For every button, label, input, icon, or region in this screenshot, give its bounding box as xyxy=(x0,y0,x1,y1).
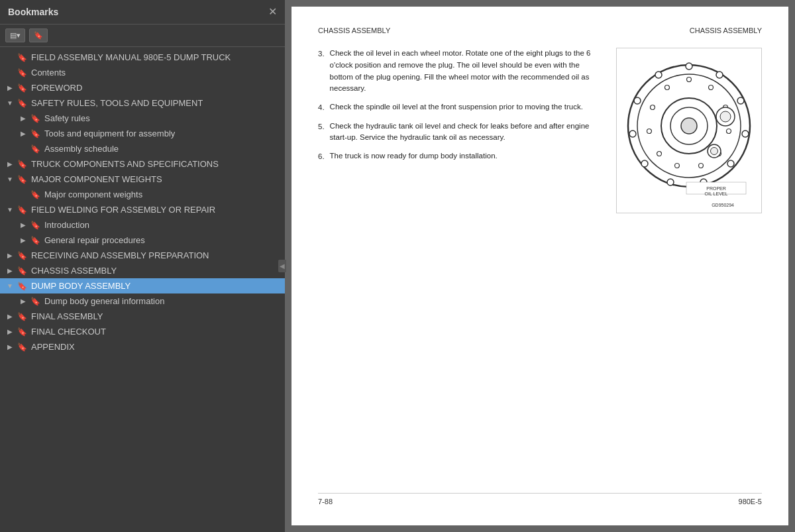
bookmark-glyph-dump-body-assembly: 🔖 xyxy=(17,282,27,291)
toolbar-bookmark-button[interactable]: 🔖 xyxy=(29,28,48,42)
page-image: PROPER OIL LEVEL GD950294 xyxy=(616,48,762,213)
bookmark-item-field-welding[interactable]: ▼🔖FIELD WELDING FOR ASSEMBLY OR REPAIR xyxy=(0,202,285,217)
expand-arrow-major-component-weights-section[interactable]: ▼ xyxy=(5,175,15,184)
bookmark-item-dump-body-assembly[interactable]: ▼🔖DUMP BODY ASSEMBLY xyxy=(0,278,285,293)
bookmark-glyph-foreword: 🔖 xyxy=(17,83,27,93)
bookmark-item-safety-rules-tools[interactable]: ▼🔖SAFETY RULES, TOOLS AND EQUIPMENT xyxy=(0,95,285,111)
svg-point-17 xyxy=(709,85,714,89)
bookmark-item-tools-equipment[interactable]: ▶🔖Tools and equipment for assembly xyxy=(0,126,285,141)
bookmark-item-major-component-weights[interactable]: 🔖Major component weights xyxy=(0,187,285,202)
svg-point-15 xyxy=(655,72,662,78)
bookmark-glyph-final-checkout: 🔖 xyxy=(17,327,27,337)
bookmark-glyph-assembly-schedule: 🔖 xyxy=(30,144,40,154)
bookmark-item-foreword[interactable]: ▶🔖FOREWORD xyxy=(0,80,285,95)
toolbar-list-button[interactable]: ▤▾ xyxy=(5,28,25,42)
expand-arrow-chassis-assembly[interactable]: ▶ xyxy=(5,266,15,276)
svg-point-25 xyxy=(651,105,655,109)
page-content: 3.Check the oil level in each wheel moto… xyxy=(318,48,762,480)
step-number-2: 4. xyxy=(318,101,325,113)
expand-arrow-field-welding[interactable]: ▼ xyxy=(5,205,15,215)
expand-arrow-final-assembly[interactable]: ▶ xyxy=(5,312,15,321)
bookmark-item-chassis-assembly[interactable]: ▶🔖CHASSIS ASSEMBLY xyxy=(0,263,285,278)
bookmark-item-field-assembly[interactable]: 🔖FIELD ASSEMBLY MANUAL 980E-5 DUMP TRUCK xyxy=(0,50,285,65)
bookmark-label-major-component-weights: Major component weights xyxy=(44,189,142,199)
bookmark-label-foreword: FOREWORD xyxy=(31,83,82,93)
expand-arrow-foreword[interactable]: ▶ xyxy=(5,83,15,93)
step-number-1: 3. xyxy=(318,48,325,95)
bookmark-item-final-checkout[interactable]: ▶🔖FINAL CHECKOUT xyxy=(0,324,285,339)
step-text-3: Check the hydraulic tank oil level and c… xyxy=(330,121,603,144)
wheel-diagram: PROPER OIL LEVEL GD950294 xyxy=(623,53,755,209)
bookmark-glyph-appendix: 🔖 xyxy=(17,343,27,352)
bookmark-item-assembly-schedule[interactable]: 🔖Assembly schedule xyxy=(0,141,285,156)
document-panel: CHASSIS ASSEMBLY CHASSIS ASSEMBLY 3.Chec… xyxy=(285,0,795,532)
bookmark-item-major-component-weights-section[interactable]: ▼🔖MAJOR COMPONENT WEIGHTS xyxy=(0,172,285,187)
bookmark-glyph-field-welding: 🔖 xyxy=(17,205,27,215)
bookmark-label-dump-body-assembly: DUMP BODY ASSEMBLY xyxy=(31,281,131,291)
expand-arrow-final-checkout[interactable]: ▶ xyxy=(5,327,15,337)
expand-arrow-assembly-schedule xyxy=(19,144,28,154)
bookmark-label-field-assembly: FIELD ASSEMBLY MANUAL 980E-5 DUMP TRUCK xyxy=(31,52,231,62)
bookmarks-close-button[interactable]: ✕ xyxy=(268,7,277,17)
footer-page-number: 7-88 xyxy=(318,498,333,505)
bookmark-glyph-major-component-weights: 🔖 xyxy=(30,190,40,199)
resize-handle[interactable] xyxy=(280,0,285,532)
expand-arrow-truck-components[interactable]: ▶ xyxy=(5,160,15,169)
bookmarks-panel: Bookmarks ✕ ▤▾ 🔖 🔖FIELD ASSEMBLY MANUAL … xyxy=(0,0,285,532)
bookmarks-toolbar: ▤▾ 🔖 xyxy=(0,25,285,47)
bookmark-glyph-field-assembly: 🔖 xyxy=(17,53,27,62)
bookmark-label-dump-body-general: Dump body general information xyxy=(44,296,164,306)
header-right: CHASSIS ASSEMBLY xyxy=(690,27,762,34)
bookmark-label-chassis-assembly: CHASSIS ASSEMBLY xyxy=(31,266,117,276)
expand-arrow-safety-rules-tools[interactable]: ▼ xyxy=(5,99,15,108)
step-number-4: 6. xyxy=(318,150,325,162)
expand-arrow-contents xyxy=(5,68,15,78)
bookmark-item-general-repair[interactable]: ▶🔖General repair procedures xyxy=(0,233,285,248)
expand-arrow-introduction[interactable]: ▶ xyxy=(19,221,28,230)
step-item-3: 5.Check the hydraulic tank oil level and… xyxy=(318,121,603,144)
footer-doc-id: 980E-5 xyxy=(739,498,762,505)
bookmark-glyph-final-assembly: 🔖 xyxy=(17,312,27,321)
expand-arrow-general-repair[interactable]: ▶ xyxy=(19,236,28,245)
bookmark-glyph-contents: 🔖 xyxy=(17,68,27,78)
bookmark-label-general-repair: General repair procedures xyxy=(44,235,145,245)
bookmark-item-safety-rules[interactable]: ▶🔖Safety rules xyxy=(0,111,285,126)
svg-point-4 xyxy=(681,118,697,134)
svg-point-26 xyxy=(665,85,670,89)
bookmark-glyph-general-repair: 🔖 xyxy=(30,236,40,245)
step-item-1: 3.Check the oil level in each wheel moto… xyxy=(318,48,603,95)
expand-arrow-tools-equipment[interactable]: ▶ xyxy=(19,129,28,138)
expand-arrow-appendix[interactable]: ▶ xyxy=(5,343,15,352)
svg-point-5 xyxy=(686,63,692,70)
bookmark-label-major-component-weights-section: MAJOR COMPONENT WEIGHTS xyxy=(31,174,162,184)
svg-point-19 xyxy=(727,129,731,133)
svg-point-30 xyxy=(711,147,718,154)
expand-arrow-safety-rules[interactable]: ▶ xyxy=(19,114,28,123)
step-item-4: 6.The truck is now ready for dump body i… xyxy=(318,150,603,162)
svg-point-9 xyxy=(727,160,734,167)
bookmark-item-contents[interactable]: 🔖Contents xyxy=(0,65,285,80)
svg-point-22 xyxy=(675,163,680,168)
bookmark-label-tools-equipment: Tools and equipment for assembly xyxy=(44,129,175,138)
bookmark-glyph-safety-rules-tools: 🔖 xyxy=(17,99,27,108)
bookmark-glyph-receiving-assembly: 🔖 xyxy=(17,251,27,260)
bookmark-item-appendix[interactable]: ▶🔖APPENDIX xyxy=(0,339,285,354)
bookmarks-title: Bookmarks xyxy=(8,7,58,17)
expand-arrow-dump-body-assembly[interactable]: ▼ xyxy=(5,282,15,291)
svg-point-23 xyxy=(657,151,662,156)
svg-point-13 xyxy=(629,131,636,137)
step-text-2: Check the spindle oil level at the front… xyxy=(330,101,583,113)
svg-point-12 xyxy=(641,160,648,167)
bookmark-item-receiving-assembly[interactable]: ▶🔖RECEIVING AND ASSEMBLY PREPARATION xyxy=(0,248,285,263)
svg-text:GD950294: GD950294 xyxy=(712,203,734,207)
bookmark-item-dump-body-general[interactable]: ▶🔖Dump body general information xyxy=(0,293,285,309)
bookmark-item-introduction[interactable]: ▶🔖Introduction xyxy=(0,217,285,233)
page-footer: 7-88 980E-5 xyxy=(318,493,762,505)
bookmark-label-final-checkout: FINAL CHECKOUT xyxy=(31,327,106,337)
bookmark-item-truck-components[interactable]: ▶🔖TRUCK COMPONENTS AND SPECIFICATIONS xyxy=(0,156,285,172)
bookmark-item-final-assembly[interactable]: ▶🔖FINAL ASSEMBLY xyxy=(0,309,285,324)
bookmark-label-safety-rules-tools: SAFETY RULES, TOOLS AND EQUIPMENT xyxy=(31,98,203,108)
step-number-3: 5. xyxy=(318,121,325,144)
expand-arrow-receiving-assembly[interactable]: ▶ xyxy=(5,251,15,260)
expand-arrow-dump-body-general[interactable]: ▶ xyxy=(19,297,28,306)
